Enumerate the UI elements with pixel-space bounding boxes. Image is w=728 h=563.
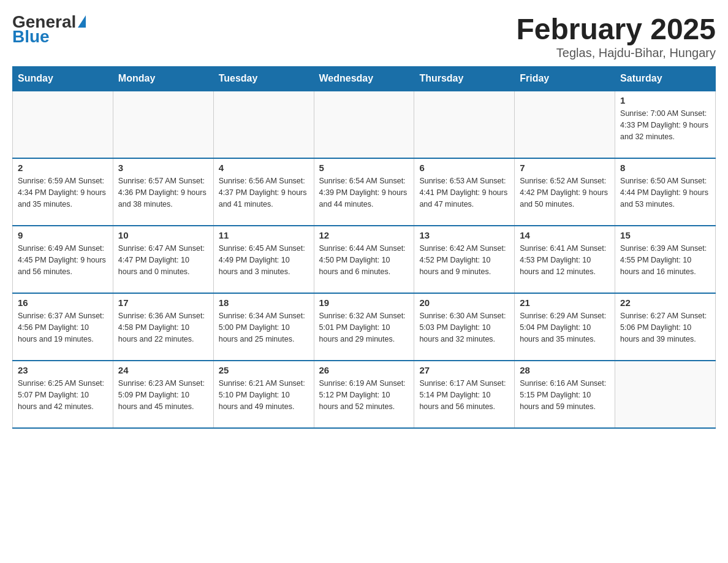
day-number: 22 — [620, 297, 710, 308]
day-number: 24 — [118, 365, 208, 375]
day-info: Sunrise: 6:47 AM Sunset: 4:47 PM Dayligh… — [118, 243, 208, 277]
table-row: 3Sunrise: 6:57 AM Sunset: 4:36 PM Daylig… — [113, 158, 213, 226]
table-row: 28Sunrise: 6:16 AM Sunset: 5:15 PM Dayli… — [515, 361, 615, 428]
calendar-week-row: 23Sunrise: 6:25 AM Sunset: 5:07 PM Dayli… — [13, 361, 716, 428]
day-number: 18 — [219, 297, 309, 308]
day-number: 25 — [219, 365, 309, 375]
day-number: 15 — [620, 230, 710, 240]
day-info: Sunrise: 6:23 AM Sunset: 5:09 PM Dayligh… — [118, 378, 208, 412]
day-info: Sunrise: 6:16 AM Sunset: 5:15 PM Dayligh… — [520, 378, 610, 412]
calendar-week-row: 9Sunrise: 6:49 AM Sunset: 4:45 PM Daylig… — [13, 226, 716, 293]
table-row — [314, 91, 414, 158]
header-monday: Monday — [113, 67, 213, 91]
day-info: Sunrise: 6:45 AM Sunset: 4:49 PM Dayligh… — [219, 243, 309, 277]
header-wednesday: Wednesday — [314, 67, 414, 91]
day-info: Sunrise: 7:00 AM Sunset: 4:33 PM Dayligh… — [620, 108, 710, 142]
day-number: 13 — [419, 230, 509, 240]
table-row: 11Sunrise: 6:45 AM Sunset: 4:49 PM Dayli… — [213, 226, 314, 293]
table-row: 15Sunrise: 6:39 AM Sunset: 4:55 PM Dayli… — [615, 226, 716, 293]
header-tuesday: Tuesday — [213, 67, 314, 91]
logo: General Blue — [12, 12, 86, 47]
table-row: 27Sunrise: 6:17 AM Sunset: 5:14 PM Dayli… — [414, 361, 515, 428]
day-number: 23 — [18, 365, 108, 375]
day-number: 14 — [520, 230, 610, 240]
day-info: Sunrise: 6:32 AM Sunset: 5:01 PM Dayligh… — [319, 310, 409, 345]
day-info: Sunrise: 6:29 AM Sunset: 5:04 PM Dayligh… — [520, 310, 610, 345]
table-row: 9Sunrise: 6:49 AM Sunset: 4:45 PM Daylig… — [13, 226, 113, 293]
month-title: February 2025 — [516, 12, 716, 46]
day-number: 19 — [319, 297, 409, 308]
day-info: Sunrise: 6:56 AM Sunset: 4:37 PM Dayligh… — [219, 175, 309, 210]
day-info: Sunrise: 6:37 AM Sunset: 4:56 PM Dayligh… — [18, 310, 108, 345]
table-row — [113, 91, 213, 158]
table-row: 23Sunrise: 6:25 AM Sunset: 5:07 PM Dayli… — [13, 361, 113, 428]
day-number: 5 — [319, 163, 409, 173]
day-number: 16 — [18, 297, 108, 308]
day-info: Sunrise: 6:39 AM Sunset: 4:55 PM Dayligh… — [620, 243, 710, 277]
day-info: Sunrise: 6:41 AM Sunset: 4:53 PM Dayligh… — [520, 243, 610, 277]
day-number: 2 — [18, 163, 108, 173]
day-number: 1 — [620, 95, 710, 105]
table-row: 18Sunrise: 6:34 AM Sunset: 5:00 PM Dayli… — [213, 293, 314, 361]
title-section: February 2025 Teglas, Hajdu-Bihar, Hunga… — [516, 12, 716, 60]
day-info: Sunrise: 6:34 AM Sunset: 5:00 PM Dayligh… — [219, 310, 309, 345]
table-row: 12Sunrise: 6:44 AM Sunset: 4:50 PM Dayli… — [314, 226, 414, 293]
table-row: 20Sunrise: 6:30 AM Sunset: 5:03 PM Dayli… — [414, 293, 515, 361]
day-number: 4 — [219, 163, 309, 173]
table-row: 7Sunrise: 6:52 AM Sunset: 4:42 PM Daylig… — [515, 158, 615, 226]
day-number: 20 — [419, 297, 509, 308]
table-row: 22Sunrise: 6:27 AM Sunset: 5:06 PM Dayli… — [615, 293, 716, 361]
table-row: 26Sunrise: 6:19 AM Sunset: 5:12 PM Dayli… — [314, 361, 414, 428]
table-row — [13, 91, 113, 158]
table-row: 6Sunrise: 6:53 AM Sunset: 4:41 PM Daylig… — [414, 158, 515, 226]
day-number: 28 — [520, 365, 610, 375]
table-row: 8Sunrise: 6:50 AM Sunset: 4:44 PM Daylig… — [615, 158, 716, 226]
day-number: 8 — [620, 163, 710, 173]
day-info: Sunrise: 6:19 AM Sunset: 5:12 PM Dayligh… — [319, 378, 409, 412]
table-row — [615, 361, 716, 428]
table-row: 14Sunrise: 6:41 AM Sunset: 4:53 PM Dayli… — [515, 226, 615, 293]
table-row: 1Sunrise: 7:00 AM Sunset: 4:33 PM Daylig… — [615, 91, 716, 158]
table-row: 25Sunrise: 6:21 AM Sunset: 5:10 PM Dayli… — [213, 361, 314, 428]
day-info: Sunrise: 6:57 AM Sunset: 4:36 PM Dayligh… — [118, 175, 208, 210]
day-number: 10 — [118, 230, 208, 240]
table-row: 10Sunrise: 6:47 AM Sunset: 4:47 PM Dayli… — [113, 226, 213, 293]
table-row: 4Sunrise: 6:56 AM Sunset: 4:37 PM Daylig… — [213, 158, 314, 226]
day-info: Sunrise: 6:59 AM Sunset: 4:34 PM Dayligh… — [18, 175, 108, 210]
calendar-week-row: 1Sunrise: 7:00 AM Sunset: 4:33 PM Daylig… — [13, 91, 716, 158]
day-info: Sunrise: 6:27 AM Sunset: 5:06 PM Dayligh… — [620, 310, 710, 345]
day-number: 27 — [419, 365, 509, 375]
day-number: 12 — [319, 230, 409, 240]
table-row: 2Sunrise: 6:59 AM Sunset: 4:34 PM Daylig… — [13, 158, 113, 226]
day-info: Sunrise: 6:54 AM Sunset: 4:39 PM Dayligh… — [319, 175, 409, 210]
day-number: 3 — [118, 163, 208, 173]
day-number: 26 — [319, 365, 409, 375]
location: Teglas, Hajdu-Bihar, Hungary — [516, 46, 716, 60]
calendar-week-row: 16Sunrise: 6:37 AM Sunset: 4:56 PM Dayli… — [13, 293, 716, 361]
day-info: Sunrise: 6:44 AM Sunset: 4:50 PM Dayligh… — [319, 243, 409, 277]
logo-triangle-icon — [78, 15, 86, 28]
day-number: 21 — [520, 297, 610, 308]
day-info: Sunrise: 6:49 AM Sunset: 4:45 PM Dayligh… — [18, 243, 108, 277]
day-number: 9 — [18, 230, 108, 240]
table-row — [414, 91, 515, 158]
table-row: 16Sunrise: 6:37 AM Sunset: 4:56 PM Dayli… — [13, 293, 113, 361]
page-header: General Blue February 2025 Teglas, Hajdu… — [12, 12, 716, 60]
header-sunday: Sunday — [13, 67, 113, 91]
table-row: 17Sunrise: 6:36 AM Sunset: 4:58 PM Dayli… — [113, 293, 213, 361]
day-info: Sunrise: 6:21 AM Sunset: 5:10 PM Dayligh… — [219, 378, 309, 412]
day-info: Sunrise: 6:50 AM Sunset: 4:44 PM Dayligh… — [620, 175, 710, 210]
table-row: 5Sunrise: 6:54 AM Sunset: 4:39 PM Daylig… — [314, 158, 414, 226]
day-info: Sunrise: 6:17 AM Sunset: 5:14 PM Dayligh… — [419, 378, 509, 412]
day-info: Sunrise: 6:30 AM Sunset: 5:03 PM Dayligh… — [419, 310, 509, 345]
logo-blue-text: Blue — [12, 27, 50, 47]
header-thursday: Thursday — [414, 67, 515, 91]
day-number: 6 — [419, 163, 509, 173]
day-info: Sunrise: 6:42 AM Sunset: 4:52 PM Dayligh… — [419, 243, 509, 277]
day-info: Sunrise: 6:52 AM Sunset: 4:42 PM Dayligh… — [520, 175, 610, 210]
table-row — [515, 91, 615, 158]
calendar-table: Sunday Monday Tuesday Wednesday Thursday… — [12, 66, 716, 429]
day-number: 7 — [520, 163, 610, 173]
table-row: 24Sunrise: 6:23 AM Sunset: 5:09 PM Dayli… — [113, 361, 213, 428]
table-row: 13Sunrise: 6:42 AM Sunset: 4:52 PM Dayli… — [414, 226, 515, 293]
